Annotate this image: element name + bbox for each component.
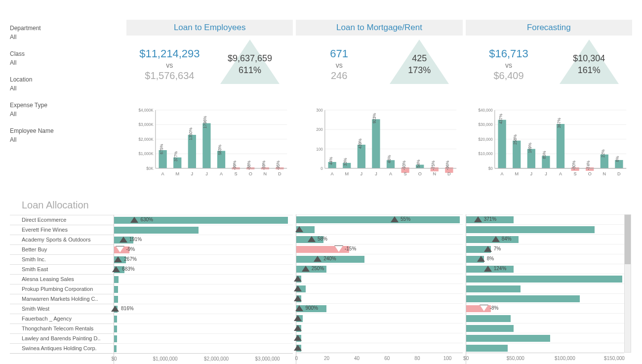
allocation-bar[interactable] [114, 284, 293, 294]
monthly-bar-chart[interactable]: $0K$1,000K$2,000K$3,000K$4,000KA675%M377… [126, 89, 293, 198]
monthly-bar-chart[interactable]: $0$10,000$20,000$30,000$40,000A437%M258%… [466, 89, 632, 198]
allocation-bar[interactable] [466, 333, 624, 343]
allocation-bar[interactable]: 58% [296, 234, 462, 244]
table-row-label: Better Buy [10, 244, 114, 254]
axis-tick: 100 [443, 356, 452, 361]
kpi-previous: $1,576,634 [130, 70, 209, 81]
allocation-bar[interactable] [466, 343, 624, 353]
allocation-bar[interactable]: 8% [466, 254, 624, 264]
allocation-bar[interactable] [114, 274, 293, 284]
pct-label: 8% [487, 256, 494, 261]
pct-label: 816% [121, 306, 134, 311]
svg-text:-95%: -95% [276, 161, 281, 170]
pct-label: 683% [122, 266, 135, 272]
kpi-current: $16,713 [470, 47, 548, 60]
svg-text:-74%: -74% [586, 161, 591, 170]
allocation-bar[interactable] [114, 225, 293, 235]
svg-text:33%: 33% [344, 158, 348, 166]
allocation-col-1: Loan Allocation Direct EcommerceEverett … [10, 200, 293, 364]
pct-label: -15% [345, 246, 356, 251]
allocation-bar[interactable] [114, 333, 293, 343]
allocation-bar[interactable]: 7% [466, 244, 624, 254]
triangle-down-icon [335, 246, 343, 252]
allocation-bar[interactable]: 267% [114, 254, 293, 264]
allocation-bar[interactable] [466, 293, 624, 303]
allocation-bar[interactable] [296, 343, 462, 353]
allocation-bar[interactable]: 84% [466, 234, 624, 244]
svg-text:A: A [500, 171, 504, 176]
allocation-bar[interactable] [296, 274, 462, 283]
allocation-col-3: 371%84%7%8%124%-8%$0$50,000$100,000$150,… [466, 200, 632, 364]
allocation-bar[interactable]: 683% [114, 264, 293, 274]
svg-text:O: O [588, 171, 591, 176]
svg-text:-93%: -93% [402, 161, 406, 170]
allocation-bar[interactable] [114, 343, 293, 353]
allocation-bar[interactable]: 816% [114, 304, 293, 314]
monthly-bar-chart[interactable]: 0100200300A44%M33%J439%J923%A46%S-93%O54… [296, 89, 462, 198]
filter-department[interactable]: DepartmentAll [10, 25, 123, 40]
allocation-bar[interactable]: 630% [114, 215, 293, 225]
allocation-bar[interactable] [296, 283, 462, 293]
panel-loan-to-mortgage-rent: Loan to Mortgage/Rent 671 vs 246 425 173… [296, 20, 462, 198]
svg-text:N: N [602, 171, 606, 176]
allocation-bar[interactable]: 124% [466, 264, 624, 274]
axis-tick: $0 [463, 356, 469, 361]
allocation-bar[interactable] [114, 324, 293, 333]
filter-expense-type[interactable]: Expense TypeAll [10, 102, 123, 118]
svg-text:$40,000: $40,000 [478, 108, 493, 113]
svg-text:377%: 377% [174, 151, 178, 162]
filter-location[interactable]: LocationAll [10, 76, 123, 92]
svg-text:-96%: -96% [446, 161, 450, 170]
scrollbar[interactable] [624, 214, 632, 364]
allocation-bar[interactable]: -8% [466, 303, 624, 313]
allocation-bar[interactable]: 371% [466, 214, 624, 224]
allocation-bar[interactable]: 55% [296, 214, 462, 224]
axis-tick: 20 [324, 356, 329, 361]
allocation-bar[interactable] [466, 224, 624, 234]
pct-label: -8% [490, 305, 499, 311]
filter-employee-name[interactable]: Employee NameAll [10, 127, 123, 143]
allocation-bar[interactable] [114, 294, 293, 304]
allocation-bar[interactable]: -15% [296, 244, 462, 254]
pct-label: 58% [318, 236, 327, 242]
table-row-label: Direct Ecommerce [10, 215, 114, 225]
svg-text:J: J [530, 171, 532, 176]
svg-text:$0K: $0K [146, 166, 154, 171]
allocation-bars-employees[interactable]: 630%191%-9%267%683%816%$0$1,000,000$2,00… [114, 215, 293, 364]
allocation-bar[interactable]: -9% [114, 244, 293, 254]
triangle-up-icon [474, 216, 482, 222]
pct-label: 240% [323, 256, 336, 261]
table-row-label: Thongchanh Telecom Rentals [10, 324, 114, 333]
allocation-bar[interactable]: 900% [296, 303, 462, 313]
kpi-diff: $9,637,659 [211, 53, 289, 64]
filter-class[interactable]: ClassAll [10, 50, 123, 66]
allocation-bar[interactable] [296, 293, 462, 303]
allocation-bars-mortgage[interactable]: 55%58%-15%240%250%900%020406080100 [296, 214, 462, 364]
allocation-bar[interactable] [466, 274, 624, 283]
allocation-bar[interactable] [466, 313, 624, 323]
svg-text:A: A [389, 171, 393, 176]
allocation-bar[interactable]: 250% [296, 264, 462, 274]
allocation-bar[interactable]: 191% [114, 235, 293, 244]
triangle-up-icon [484, 266, 492, 272]
axis-tick: $50,000 [507, 356, 524, 361]
allocation-bar[interactable] [466, 323, 624, 333]
allocation-bar[interactable] [296, 313, 462, 323]
svg-text:D: D [617, 171, 621, 176]
allocation-bar[interactable] [296, 224, 462, 234]
allocation-bar[interactable] [466, 283, 624, 293]
kpi-row: $16,713 vs $6,409 $10,304 161% [466, 36, 632, 89]
svg-text:$4,000K: $4,000K [138, 108, 154, 113]
table-row-label: Academy Sports & Outdoors [10, 235, 114, 244]
allocation-bar[interactable]: 240% [296, 254, 462, 264]
allocation-bars-forecasting[interactable]: 371%84%7%8%124%-8%$0$50,000$100,000$150,… [466, 214, 624, 364]
allocation-bar[interactable] [296, 333, 462, 343]
allocation-bar[interactable] [114, 314, 293, 324]
triangle-up-icon [484, 246, 492, 252]
panel-title: Loan to Employees [126, 20, 293, 36]
axis-tick: $150,000 [604, 356, 625, 361]
triangle-up-icon [130, 217, 138, 223]
svg-text:0: 0 [321, 166, 323, 171]
allocation-bar[interactable] [296, 323, 462, 333]
kpi-previous: 246 [300, 70, 378, 81]
